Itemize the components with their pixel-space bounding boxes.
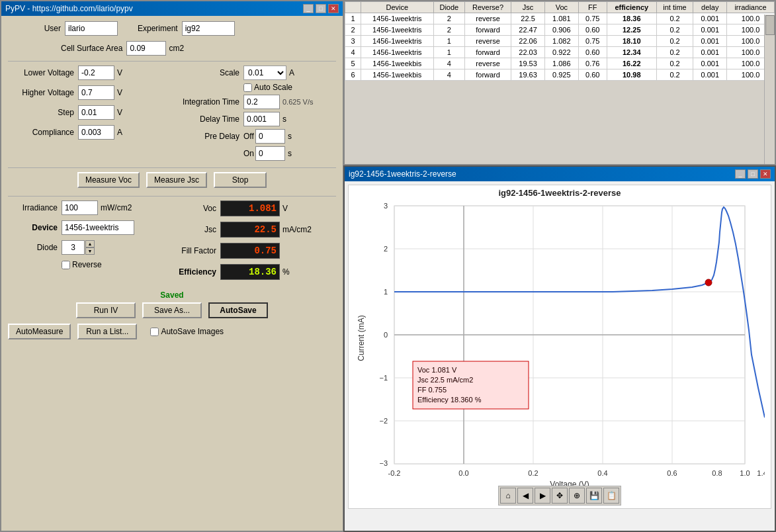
compliance-input[interactable] — [78, 125, 114, 140]
run-iv-button[interactable]: Run IV — [76, 302, 136, 318]
table-cell: 0.2 — [656, 58, 693, 69]
saved-status: Saved — [8, 290, 336, 300]
diode-spinbox[interactable]: ▲ ▼ — [62, 240, 95, 255]
graph-home-button[interactable]: ⌂ — [500, 488, 516, 504]
table-row[interactable]: 21456-1weektris2forward22.470.9060.6012.… — [345, 24, 775, 36]
fill-factor-output-label: Fill Factor — [173, 246, 216, 255]
stop-button[interactable]: Stop — [214, 172, 267, 188]
minimize-button[interactable]: _ — [303, 4, 314, 13]
table-cell: 1.081 — [544, 13, 578, 24]
scale-select[interactable]: 0.01 0.1 1 — [243, 66, 286, 80]
table-cell: 0.60 — [578, 69, 607, 81]
table-cell: 0.2 — [656, 13, 693, 24]
efficiency-output-unit: % — [282, 267, 290, 277]
irradiance-input[interactable] — [62, 200, 98, 215]
pre-delay-off-unit: s — [288, 132, 292, 141]
graph-minimize-button[interactable]: _ — [735, 169, 746, 179]
delay-time-input[interactable] — [243, 112, 280, 126]
graph-maximize-button[interactable]: □ — [748, 169, 758, 179]
table-scrollbar[interactable] — [764, 15, 775, 164]
pre-delay-off-input[interactable] — [255, 129, 285, 144]
svg-text:0.6: 0.6 — [667, 469, 677, 477]
autosave-button[interactable]: AutoSave — [208, 302, 268, 318]
diode-input[interactable] — [62, 240, 85, 255]
svg-text:0.8: 0.8 — [712, 469, 722, 477]
svg-text:−1: −1 — [379, 374, 388, 382]
table-cell: 1456-1weektris — [361, 13, 433, 24]
cell-surface-area-input[interactable] — [126, 41, 166, 56]
diode-down-button[interactable]: ▼ — [85, 247, 95, 255]
diode-up-button[interactable]: ▲ — [85, 240, 95, 247]
automeasure-button[interactable]: AutoMeasure — [8, 324, 71, 339]
device-label: Device — [8, 223, 58, 232]
svg-text:0.4: 0.4 — [597, 469, 607, 477]
table-cell: reverse — [464, 36, 511, 47]
lower-voltage-label: Lower Voltage — [8, 68, 74, 77]
svg-text:FF 0.755: FF 0.755 — [417, 386, 447, 394]
svg-text:-0.2: -0.2 — [388, 469, 401, 477]
main-title-bar: PyPV - https://github.com/ilario/pypv _ … — [1, 1, 343, 16]
auto-scale-checkbox[interactable] — [243, 83, 252, 92]
experiment-input[interactable] — [182, 21, 235, 36]
table-cell: 1456-1weektris — [361, 47, 433, 58]
col-device: Device — [361, 2, 433, 13]
integration-time-input[interactable] — [243, 95, 280, 109]
col-irradiance: irradiance — [727, 2, 775, 13]
table-row[interactable]: 11456-1weektris2reverse22.51.0810.7518.3… — [345, 13, 775, 24]
reverse-checkbox[interactable] — [62, 261, 70, 269]
pre-delay-on-input[interactable] — [255, 146, 285, 161]
graph-pan-button[interactable]: ✥ — [552, 488, 568, 504]
table-cell: 22.03 — [511, 47, 545, 58]
run-a-list-button[interactable]: Run a List... — [77, 324, 137, 339]
graph-forward-button[interactable]: ▶ — [535, 488, 550, 504]
integration-time-label: Integration Time — [167, 97, 239, 107]
col-delay: delay — [693, 2, 727, 13]
step-input[interactable] — [78, 105, 114, 120]
higher-voltage-input[interactable] — [78, 85, 114, 100]
save-as-button[interactable]: Save As... — [142, 302, 202, 318]
svg-text:Jsc 22.5 mA/cm2: Jsc 22.5 mA/cm2 — [417, 376, 473, 384]
measure-jsc-button[interactable]: Measure Jsc — [146, 172, 207, 188]
autosave-images-checkbox[interactable] — [150, 328, 159, 336]
table-row[interactable]: 61456-1weekbis4forward19.630.9250.6010.9… — [345, 69, 775, 81]
graph-export-button[interactable]: 📋 — [603, 488, 619, 504]
table-scrollbar-thumb[interactable] — [765, 15, 775, 35]
svg-text:Current (mA): Current (mA) — [357, 315, 366, 361]
user-input[interactable] — [65, 21, 118, 36]
scale-label: Scale — [167, 68, 239, 77]
cell-surface-area-label: Cell Surface Area — [61, 44, 122, 53]
user-label: User — [8, 24, 61, 33]
efficiency-output: 18.36 — [220, 264, 280, 280]
measure-voc-button[interactable]: Measure Voc — [77, 172, 140, 188]
close-button[interactable]: ✕ — [328, 4, 339, 13]
graph-close-button[interactable]: ✕ — [760, 169, 771, 179]
table-cell: 22.47 — [511, 24, 545, 36]
device-input[interactable] — [62, 220, 134, 235]
table-row[interactable]: 41456-1weektris1forward22.030.9220.6012.… — [345, 47, 775, 58]
voc-output-unit: V — [282, 204, 288, 213]
table-cell: 0.906 — [544, 24, 578, 36]
efficiency-output-label: Efficiency — [173, 267, 216, 277]
jsc-output-unit: mA/cm2 — [282, 225, 312, 234]
graph-save-button[interactable]: 💾 — [586, 488, 602, 504]
table-cell: 1456-1weekbis — [361, 69, 433, 81]
graph-zoom-button[interactable]: ⊕ — [569, 488, 585, 504]
table-cell: forward — [464, 69, 511, 81]
graph-window: ig92-1456-1weektris-2-reverse _ □ ✕ ig92… — [343, 165, 776, 532]
graph-svg: 3 2 1 0 −1 −2 −3 -0.2 0.0 0.2 0.4 0.6 0.… — [355, 199, 765, 490]
table-row[interactable]: 31456-1weektris1reverse22.061.0820.7518.… — [345, 36, 775, 47]
table-cell: 0.001 — [693, 58, 727, 69]
delay-time-label: Delay Time — [167, 114, 239, 124]
col-efficiency: efficiency — [607, 2, 656, 13]
results-table: Device Diode Reverse? Jsc Voc FF efficie… — [345, 1, 775, 81]
graph-back-button[interactable]: ◀ — [517, 488, 533, 504]
table-row[interactable]: 51456-1weekbis4reverse19.531.0860.7616.2… — [345, 58, 775, 69]
higher-voltage-label: Higher Voltage — [8, 88, 74, 97]
lower-voltage-input[interactable] — [78, 66, 114, 80]
table-cell: 1 — [433, 36, 464, 47]
maximize-button[interactable]: □ — [316, 4, 326, 13]
table-cell: 5 — [345, 58, 361, 69]
svg-text:0.0: 0.0 — [458, 469, 468, 477]
svg-text:0: 0 — [384, 331, 388, 339]
table-cell: 0.76 — [578, 58, 607, 69]
